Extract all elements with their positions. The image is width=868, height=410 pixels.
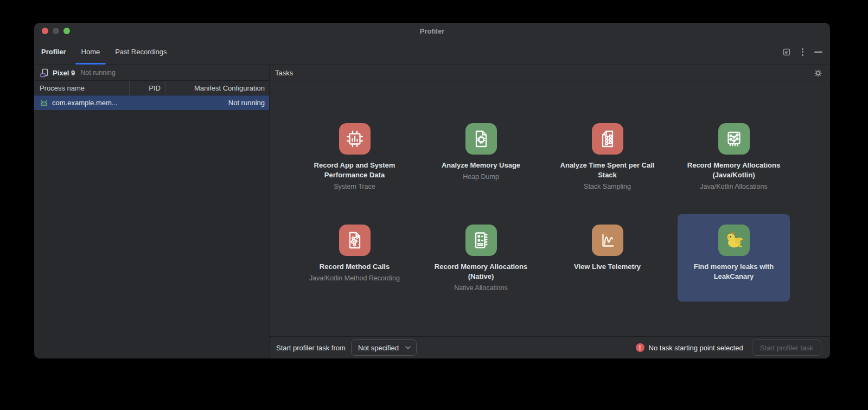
process-row-selected[interactable]: com.example.mem... Not running: [34, 95, 269, 110]
task-card[interactable]: Find memory leaks with LeakCanary: [678, 214, 790, 302]
process-table-header: Process name PID Manifest Configuration: [34, 81, 269, 95]
tasks-header-title: Tasks: [275, 69, 293, 77]
chevron-down-icon: [405, 346, 411, 349]
warning-icon: !: [636, 343, 644, 352]
tab-past-recordings[interactable]: Past Recordings: [115, 39, 167, 65]
column-manifest-configuration[interactable]: Manifest Configuration: [165, 81, 269, 95]
tool-window-label: Profiler: [41, 48, 66, 56]
task-title: Find memory leaks with LeakCanary: [680, 262, 788, 281]
task-subtitle: Stack Sampling: [584, 182, 631, 191]
tab-home[interactable]: Home: [81, 39, 100, 65]
task-title: Analyze Memory Usage: [442, 161, 520, 170]
task-title: Record App and System Performance Data: [301, 161, 409, 180]
column-process-name[interactable]: Process name: [34, 81, 129, 95]
task-card[interactable]: Record Memory Allocations (Java/Kotlin) …: [678, 113, 790, 200]
heap-dump-icon: [465, 123, 497, 155]
tasks-area: Record App and System Performance Data S…: [270, 81, 830, 336]
device-row[interactable]: Pixel 9 Not running: [34, 65, 269, 81]
process-name: com.example.mem...: [52, 99, 118, 107]
column-pid[interactable]: PID: [129, 81, 165, 95]
footer-right: ! No task starting point selected Start …: [636, 339, 821, 356]
tasks-grid: Record App and System Performance Data S…: [291, 113, 797, 302]
task-subtitle: System Trace: [334, 182, 375, 191]
dropdown-value: Not specified: [358, 344, 399, 352]
process-status: Not running: [228, 99, 265, 107]
titlebar: Profiler: [34, 23, 830, 39]
method-calls-icon: [339, 225, 371, 256]
task-card[interactable]: View Live Telemetry: [551, 214, 663, 302]
task-title: Record Memory Allocations (Native): [427, 262, 535, 281]
task-title: View Live Telemetry: [574, 262, 641, 272]
start-point-dropdown[interactable]: Not specified: [351, 339, 417, 356]
zoom-window-button[interactable]: [63, 28, 70, 34]
footer-bar: Start profiler task from Not specified !…: [270, 336, 830, 358]
canary-icon: [718, 225, 750, 256]
device-status: Not running: [80, 69, 116, 76]
task-title: Analyze Time Spent per Call Stack: [553, 161, 661, 180]
task-subtitle: Java/Kotlin Method Recording: [309, 274, 400, 283]
device-name: Pixel 9: [53, 69, 75, 77]
main-split: Pixel 9 Not running Process name PID Man…: [34, 65, 830, 358]
memory-native-icon: [465, 225, 497, 256]
task-title: Record Memory Allocations (Java/Kotlin): [680, 161, 788, 180]
dock-window-icon[interactable]: [782, 48, 791, 56]
hide-toolwindow-icon[interactable]: [814, 52, 822, 53]
kebab-menu-icon[interactable]: [801, 47, 805, 57]
task-subtitle: Heap Dump: [463, 172, 499, 182]
task-subtitle: Native Allocations: [454, 284, 508, 293]
task-card[interactable]: Record App and System Performance Data S…: [298, 113, 411, 200]
device-panel: Pixel 9 Not running Process name PID Man…: [34, 65, 270, 358]
tab-bar: Profiler Home Past Recordings: [34, 39, 830, 65]
stack-sampling-icon: [592, 123, 623, 155]
telemetry-icon: [592, 225, 623, 256]
task-card[interactable]: Record Memory Allocations (Native) Nativ…: [425, 214, 537, 302]
start-profiler-task-button[interactable]: Start profiler task: [752, 339, 821, 356]
warning-text: No task starting point selected: [649, 344, 743, 352]
task-card[interactable]: Record Method Calls Java/Kotlin Method R…: [298, 214, 411, 302]
desktop-background: Profiler Profiler Home Past Recordings: [0, 0, 868, 410]
start-from-label: Start profiler task from: [276, 344, 346, 352]
task-subtitle: Java/Kotlin Allocations: [700, 182, 767, 191]
tasks-panel: Tasks Record App and System Performance …: [270, 65, 830, 358]
traffic-lights: [42, 28, 70, 34]
gear-icon[interactable]: [814, 69, 822, 78]
device-icon: [40, 68, 49, 78]
task-card[interactable]: Analyze Memory Usage Heap Dump: [425, 113, 537, 200]
task-card[interactable]: Analyze Time Spent per Call Stack Stack …: [551, 113, 663, 200]
system-trace-icon: [339, 123, 371, 155]
window-title: Profiler: [420, 27, 445, 35]
memory-java-icon: [718, 123, 750, 155]
close-window-button[interactable]: [42, 28, 48, 34]
minimize-window-button[interactable]: [53, 28, 59, 34]
profiler-window: Profiler Profiler Home Past Recordings: [34, 23, 830, 358]
tabbar-actions: [782, 47, 822, 57]
android-icon: [40, 99, 48, 106]
task-title: Record Method Calls: [320, 262, 390, 272]
tasks-panel-header: Tasks: [270, 65, 830, 81]
